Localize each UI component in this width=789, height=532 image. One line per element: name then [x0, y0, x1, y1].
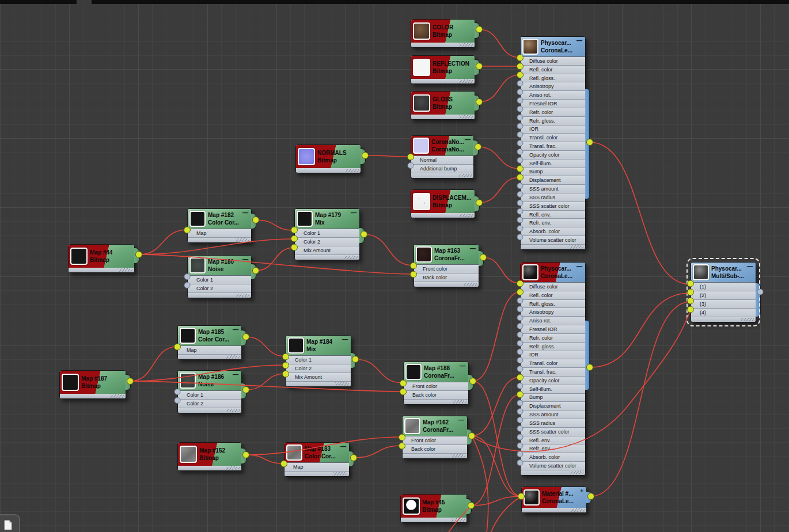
node-physical-mtl-2[interactable]: Physocar...CoronaLe...—Diffuse colorRefl… [520, 262, 586, 476]
minimize-button[interactable]: — [351, 210, 356, 216]
node-reflection-bitmap[interactable]: REFLECTIONBitmap [411, 55, 475, 84]
node-header[interactable]: COLORBitmap [411, 20, 475, 43]
resize-grip[interactable] [459, 79, 473, 83]
node-header[interactable]: NORMALSBitmap [296, 145, 361, 168]
node-header[interactable]: Map #179Mix— [295, 209, 359, 229]
wire-map-180-to-map-179.mix-amount[interactable] [256, 248, 294, 271]
node-map-179[interactable]: Map #179Mix—Color 1Color 2Mix Amount [294, 208, 360, 260]
wire-map-45-to-physical-mtl-2.bump[interactable] [471, 394, 520, 506]
minimize-button[interactable]: — [576, 38, 582, 44]
wire-displacement-bitmap-to-physical-mtl-1.displacement[interactable] [479, 177, 520, 203]
resize-grip[interactable] [110, 394, 124, 398]
node-color-bitmap[interactable]: COLORBitmap [411, 19, 475, 48]
minimize-button[interactable]: — [342, 337, 348, 343]
node-map-180[interactable]: Map #180Noise—Color 1Color 2 [187, 255, 252, 298]
node-header[interactable]: Map #180Noise— [188, 256, 251, 275]
wire-off-screen-to-material-corona.input[interactable] [491, 496, 521, 532]
node-header[interactable]: Map #44Bitmap [69, 245, 134, 268]
minimize-button[interactable]: — [747, 264, 753, 269]
resize-grip[interactable] [463, 283, 477, 286]
wire-map-162-to-off-screen[interactable] [472, 436, 488, 532]
resize-grip[interactable] [236, 294, 249, 297]
wire-map-187-to-map-185.map[interactable] [130, 347, 177, 381]
resize-grip[interactable] [236, 238, 249, 242]
resize-grip[interactable] [459, 43, 473, 47]
resize-grip[interactable] [333, 472, 347, 476]
minimize-button[interactable]: — [460, 363, 465, 369]
node-header[interactable]: Map #186Noise— [178, 371, 241, 390]
node-graph-canvas[interactable]: COLORBitmapREFLECTIONBitmapGLOSSBitmapNO… [0, 0, 789, 532]
wire-map-186-to-map-184.mix-amount[interactable] [246, 374, 286, 390]
resize-grip[interactable] [459, 214, 473, 217]
resize-grip[interactable] [335, 382, 349, 386]
node-header[interactable]: Map #188CoronaFr...— [404, 362, 468, 382]
panel-toggle-button[interactable] [0, 514, 20, 532]
node-header[interactable]: REFLECTIONBitmap [411, 56, 475, 79]
node-map-182[interactable]: Map #182Color Cor...—Map [187, 208, 252, 243]
wire-map-183-to-map-162.back-color[interactable] [354, 446, 402, 458]
node-header[interactable]: Physocar...CoronaLe...— [521, 263, 585, 282]
wire-map-162-to-material-corona.input[interactable] [472, 436, 521, 496]
resize-grip[interactable] [451, 518, 465, 522]
node-header[interactable]: GLOSSBitmap [411, 92, 475, 115]
node-map-186[interactable]: Map #186Noise—Color 1Color 2 [177, 370, 242, 413]
plus-button[interactable]: + [580, 488, 583, 494]
wire-map-187-to-map-188.back-color[interactable] [130, 381, 403, 392]
node-map-44[interactable]: Map #44Bitmap [68, 244, 135, 273]
minimize-button[interactable]: — [470, 246, 476, 252]
wire-map-184-to-map-188.front-color[interactable] [355, 359, 403, 383]
wire-corona-normal-to-physical-mtl-1.bump[interactable] [478, 147, 520, 169]
resize-grip[interactable] [459, 115, 473, 119]
resize-grip[interactable] [570, 245, 583, 249]
minimize-button[interactable]: — [242, 257, 248, 263]
resize-grip[interactable] [226, 466, 240, 470]
minimize-button[interactable]: — [233, 372, 238, 378]
node-map-163[interactable]: Map #163CoronaFr...—Front colorBack colo… [414, 244, 479, 287]
node-map-162[interactable]: Map #162CoronaFr...—Front colorBack colo… [402, 416, 468, 459]
node-map-183[interactable]: Map #183Color Cor...—Map [284, 442, 350, 477]
node-displacement-bitmap[interactable]: DISPLACEM...Bitmap [411, 189, 475, 218]
resize-grip[interactable] [119, 268, 132, 272]
node-material-corona[interactable]: Material #...CoronaLe...+ [521, 487, 587, 513]
wire-map-182-to-map-179.color-1[interactable] [256, 220, 294, 230]
resize-grip[interactable] [226, 409, 240, 412]
minimize-button[interactable]: — [340, 444, 346, 450]
minimize-button[interactable]: — [465, 137, 471, 143]
wire-map-188-to-physical-mtl-2.refl-color[interactable] [473, 292, 520, 381]
minimize-button[interactable]: — [576, 264, 582, 269]
node-header[interactable]: Map #152Bitmap [178, 443, 241, 466]
resize-grip[interactable] [226, 355, 240, 359]
resize-grip[interactable] [570, 471, 583, 474]
node-map-152[interactable]: Map #152Bitmap [177, 442, 242, 471]
node-header[interactable]: Map #184Mix— [286, 336, 351, 355]
node-header[interactable]: Material #...CoronaLe...+ [522, 487, 586, 508]
node-header[interactable]: Map #187Bitmap [60, 371, 126, 394]
resize-grip[interactable] [571, 508, 585, 512]
resize-grip[interactable] [452, 454, 465, 458]
resize-grip[interactable] [453, 400, 466, 404]
wire-map-152-to-map-183.map[interactable] [246, 455, 284, 463]
node-multi-sub[interactable]: Physocar...Multi/Sub-...—(1)(2)(3)(4) [691, 262, 756, 322]
node-map-185[interactable]: Map #185Color Cor...—Map [177, 325, 242, 360]
wire-map-188-to-material-corona.input[interactable] [473, 381, 521, 496]
node-normals-bitmap[interactable]: NORMALSBitmap [295, 145, 361, 173]
node-header[interactable]: Map #162CoronaFr...— [403, 416, 467, 436]
node-header[interactable]: Physocar...Multi/Sub-...— [691, 263, 756, 282]
node-map-188[interactable]: Map #188CoronaFr...—Front colorBack colo… [403, 362, 469, 405]
node-gloss-bitmap[interactable]: GLOSSBitmap [411, 91, 475, 120]
resize-grip[interactable] [740, 318, 754, 321]
node-header[interactable]: Map #45Bitmap [401, 495, 466, 518]
wire-material-corona-to-multi-sub.3[interactable] [591, 302, 691, 496]
wire-gloss-bitmap-to-physical-mtl-1.refl-gloss[interactable] [479, 75, 520, 102]
minimize-button[interactable]: — [242, 210, 248, 216]
wire-physical-mtl-1-to-multi-sub.1[interactable] [590, 142, 691, 284]
node-header[interactable]: DISPLACEM...Bitmap [411, 190, 475, 213]
resize-grip[interactable] [458, 174, 472, 177]
minimize-button[interactable]: — [458, 417, 464, 423]
node-header[interactable]: Map #163CoronaFr...— [414, 245, 479, 264]
resize-grip[interactable] [345, 169, 359, 172]
resize-grip[interactable] [344, 256, 358, 259]
wire-map-44-to-map-182.map[interactable] [139, 230, 187, 254]
minimize-button[interactable]: — [233, 327, 238, 333]
wire-map-45-to-material-corona.input[interactable] [471, 496, 521, 506]
